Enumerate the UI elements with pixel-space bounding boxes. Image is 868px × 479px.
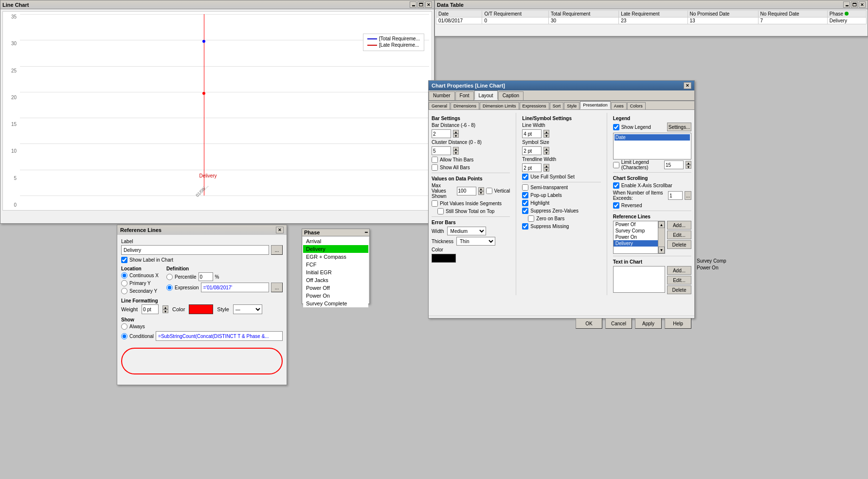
plot-values-inside-checkbox[interactable] — [432, 200, 438, 207]
tab-general[interactable]: General — [429, 102, 450, 109]
tab-dim-limits[interactable]: Dimension Limits — [480, 102, 519, 109]
text-edit-btn[interactable]: Edit... — [667, 276, 691, 284]
when-exceeds-input[interactable] — [668, 191, 683, 200]
reflines-label-browse[interactable]: ... — [271, 245, 283, 255]
cluster-dist-spinner[interactable]: ▲ ▼ — [453, 147, 459, 155]
limit-legend-input[interactable] — [664, 160, 684, 169]
show-label-in-chart-checkbox[interactable] — [121, 257, 127, 263]
line-width-input[interactable] — [522, 129, 542, 138]
symbol-size-input[interactable] — [522, 146, 542, 155]
trendline-spinner[interactable]: ▲ ▼ — [543, 164, 549, 172]
phase-list-minimize[interactable]: ━ — [365, 230, 367, 235]
reflines-delete-btn[interactable]: Delete — [667, 240, 691, 249]
refline-delivery[interactable]: Delivery — [614, 240, 665, 247]
symbol-size-spinner[interactable]: ▲ ▼ — [543, 147, 549, 155]
dt-close-icon[interactable]: ✕ — [859, 1, 866, 8]
legend-list-item-date[interactable]: Date — [615, 134, 690, 141]
allow-thin-bars-checkbox[interactable] — [432, 157, 438, 163]
when-exceeds-browse[interactable]: ... — [685, 191, 691, 200]
zero-on-bars-checkbox[interactable] — [528, 215, 534, 222]
lw-down[interactable]: ▼ — [543, 134, 549, 138]
reversed-checkbox[interactable] — [613, 202, 619, 209]
tab-colors[interactable]: Colors — [627, 102, 646, 109]
refline-power-on[interactable]: Power On — [614, 234, 665, 240]
line-color-swatch[interactable] — [189, 304, 213, 314]
error-bar-color-swatch[interactable] — [432, 254, 456, 263]
tab-layout[interactable]: Layout — [474, 90, 498, 100]
expression-browse[interactable]: ... — [271, 283, 283, 292]
vertical-checkbox[interactable] — [486, 188, 492, 194]
popup-labels-checkbox[interactable] — [522, 192, 528, 198]
minimize-icon[interactable]: 🗕 — [410, 1, 416, 8]
phase-power-on[interactable]: Power On — [303, 292, 368, 300]
close-icon[interactable]: ✕ — [425, 1, 432, 8]
phase-survey-complete[interactable]: Survey Complete — [303, 300, 368, 307]
phase-delivery[interactable]: Delivery — [303, 245, 368, 253]
tab-number[interactable]: Number — [429, 91, 455, 100]
weight-input[interactable] — [142, 304, 159, 314]
apply-btn[interactable]: Apply — [635, 318, 662, 329]
phase-fcf[interactable]: FCF — [303, 261, 368, 268]
max-values-spinner[interactable]: ▲ ▼ — [478, 187, 484, 195]
primary-y-radio[interactable] — [121, 280, 127, 286]
reflines-scrollbar[interactable]: ▲ ▼ — [658, 221, 665, 253]
bar-distance-input[interactable] — [432, 129, 451, 138]
ss-up[interactable]: ▲ — [543, 147, 549, 151]
weight-up[interactable]: ▲ — [163, 305, 168, 309]
reflines-add-btn[interactable]: Add... — [667, 221, 691, 230]
show-legend-checkbox[interactable] — [613, 124, 619, 130]
phase-initial-egr[interactable]: Initial EGR — [303, 268, 368, 276]
phase-off-jacks[interactable]: Off Jacks — [303, 276, 368, 284]
cancel-btn[interactable]: Cancel — [605, 318, 632, 329]
max-values-down[interactable]: ▼ — [478, 191, 484, 195]
reflines-edit-btn[interactable]: Edit... — [667, 231, 691, 239]
cluster-dist-down[interactable]: ▼ — [453, 151, 459, 155]
max-values-up[interactable]: ▲ — [478, 187, 484, 191]
refline-power-of[interactable]: Power Of — [614, 221, 665, 228]
bar-dist-up[interactable]: ▲ — [453, 130, 459, 134]
suppress-missing-checkbox[interactable] — [522, 223, 528, 230]
suppress-zero-values-checkbox[interactable] — [522, 208, 528, 214]
conditional-radio[interactable] — [121, 333, 127, 339]
legend-settings-btn[interactable]: Settings... — [667, 123, 691, 131]
tab-sort[interactable]: Sort — [550, 102, 564, 109]
percentile-value-input[interactable] — [199, 272, 213, 281]
limit-legend-checkbox[interactable] — [613, 162, 619, 168]
ss-down[interactable]: ▼ — [543, 151, 549, 155]
dt-minimize-icon[interactable]: 🗕 — [843, 1, 850, 8]
cluster-distance-input[interactable] — [432, 146, 451, 155]
use-full-symbol-checkbox[interactable] — [522, 174, 528, 180]
weight-spinner[interactable]: ▲ ▼ — [163, 305, 168, 313]
scroll-down[interactable]: ▼ — [658, 247, 665, 253]
tab-font[interactable]: Font — [455, 91, 474, 100]
tab-caption[interactable]: Caption — [498, 91, 524, 100]
secondary-y-radio[interactable] — [121, 288, 127, 294]
phase-power-off[interactable]: Power Off — [303, 284, 368, 292]
expression-radio[interactable] — [166, 284, 173, 291]
tw-down[interactable]: ▼ — [543, 168, 549, 172]
bar-distance-spinner[interactable]: ▲ ▼ — [453, 130, 459, 138]
trendline-width-input[interactable] — [522, 163, 542, 172]
show-total-checkbox[interactable] — [437, 208, 444, 214]
line-style-dropdown[interactable]: — - - ··· — [233, 304, 262, 314]
reflines-close-btn[interactable]: ✕ — [276, 227, 284, 233]
restore-icon[interactable]: 🗖 — [417, 1, 424, 8]
tab-style[interactable]: Style — [564, 102, 579, 109]
tab-axes[interactable]: Axes — [611, 102, 627, 109]
tab-presentation[interactable]: Presentation — [580, 101, 611, 109]
conditional-expr-input[interactable] — [156, 331, 283, 341]
reflines-label-input[interactable] — [121, 245, 269, 255]
data-table-controls[interactable]: 🗕 🗖 ✕ — [843, 1, 866, 8]
text-delete-btn[interactable]: Delete — [667, 285, 691, 294]
semi-transparent-checkbox[interactable] — [522, 184, 528, 191]
expression-input[interactable] — [201, 283, 269, 292]
error-bar-width-dropdown[interactable]: Medium — [447, 227, 486, 235]
ll-up[interactable]: ▲ — [686, 161, 691, 165]
ok-btn[interactable]: OK — [576, 318, 602, 329]
phase-egr-compass[interactable]: EGR + Compass — [303, 253, 368, 261]
weight-down[interactable]: ▼ — [163, 309, 168, 313]
cluster-dist-up[interactable]: ▲ — [453, 147, 459, 151]
dt-restore-icon[interactable]: 🗖 — [851, 1, 858, 8]
refline-survey-comp[interactable]: Survey Comp — [614, 228, 665, 234]
lw-up[interactable]: ▲ — [543, 130, 549, 134]
